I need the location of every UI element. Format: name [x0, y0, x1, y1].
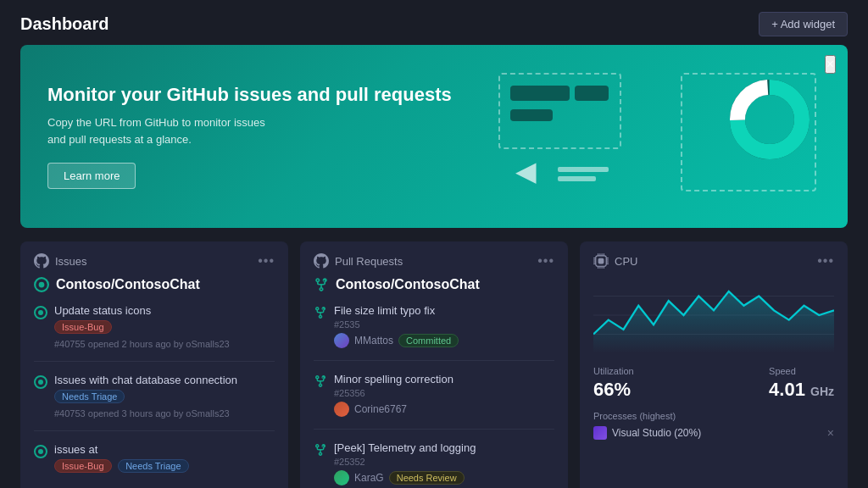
line-group: [558, 167, 609, 186]
pr-status-icon: [314, 374, 327, 388]
issue-status-inner: [38, 449, 43, 454]
issue-meta: #40755 opened 2 hours ago by oSmalls23: [54, 339, 275, 349]
pr-status-tag: Needs Review: [389, 471, 465, 485]
github-pr-icon: [314, 253, 329, 269]
learn-more-button[interactable]: Learn more: [47, 163, 136, 189]
cpu-widget-title: CPU: [615, 255, 637, 268]
pr-author-row: MMattos Committed: [334, 333, 554, 348]
cpu-utilization: Utilization 66%: [593, 366, 634, 401]
svg-point-4: [39, 282, 45, 288]
issue-body: Issues with chat database connection Nee…: [54, 374, 275, 419]
github-banner: Monitor your GitHub issues and pull requ…: [20, 45, 848, 228]
line-1: [558, 167, 609, 172]
pr-title: Minor spelling correction: [334, 373, 554, 385]
cpu-speed: Speed 4.01 GHz: [769, 366, 834, 401]
widgets-row: Issues ••• Contoso/ContosoChat Update st…: [0, 241, 868, 488]
pr-menu-button[interactable]: •••: [537, 253, 554, 269]
pr-author-row: KaraG Needs Review: [334, 470, 554, 485]
issue-item: Issues with chat database connection Nee…: [34, 374, 275, 431]
pr-author: KaraG: [354, 472, 384, 484]
pr-status-tag: Committed: [398, 334, 459, 347]
cpu-widget-header: CPU •••: [593, 253, 834, 269]
pr-title-row: Pull Requests: [314, 253, 403, 269]
pr-widget-header: Pull Requests •••: [314, 253, 554, 269]
issue-body: issues at Issue-Bug Needs Triage: [54, 443, 275, 475]
issues-widget-title: Issues: [55, 255, 87, 268]
pr-number: #2535: [334, 319, 554, 330]
pr-repo-title: Contoso/ContosoChat: [314, 277, 554, 292]
issue-item: Update status icons Issue-Bug #40755 ope…: [34, 304, 275, 362]
pr-author-row: Corine6767: [334, 402, 554, 417]
issue-title: Update status icons: [54, 304, 275, 317]
process-name: Visual Studio (20%): [612, 427, 701, 439]
banner-subtitle: Copy the URL from GitHub to monitor issu…: [47, 114, 285, 147]
line-2: [558, 176, 596, 181]
utilization-label: Utilization: [593, 366, 634, 376]
banner-title: Monitor your GitHub issues and pull requ…: [47, 84, 498, 106]
speed-value: 4.01 GHz: [769, 379, 834, 401]
issue-tag-triage: Needs Triage: [118, 459, 188, 473]
pr-body: Minor spelling correction #25356 Corine6…: [334, 373, 554, 417]
issue-status-inner: [38, 380, 43, 385]
process-close-button[interactable]: ×: [827, 426, 834, 440]
pr-item: [Peek] Telemetry and logging #25352 Kara…: [314, 441, 554, 488]
avatar: [334, 402, 349, 417]
github-icon: [34, 253, 49, 269]
pr-body: [Peek] Telemetry and logging #25352 Kara…: [334, 441, 554, 485]
issue-status-open: [34, 445, 47, 458]
issue-meta: #40753 opened 3 hours ago by oSmalls23: [54, 408, 275, 419]
issue-item: issues at Issue-Bug Needs Triage: [34, 443, 275, 487]
issue-status-inner: [38, 310, 43, 315]
add-widget-button[interactable]: + Add widget: [759, 12, 848, 36]
pr-repo-icon: [314, 277, 329, 292]
header: Dashboard + Add widget: [0, 0, 868, 45]
issue-status-open: [34, 306, 47, 319]
donut-chart: [727, 77, 812, 162]
avatar: [334, 470, 349, 485]
pr-item: Minor spelling correction #25356 Corine6…: [314, 373, 554, 430]
pr-body: File size limit typo fix #2535 MMattos C…: [334, 304, 554, 348]
avatar: [334, 333, 349, 348]
pr-widget-title: Pull Requests: [335, 255, 403, 268]
cpu-menu-button[interactable]: •••: [817, 253, 834, 269]
processes-label: Processes (highest): [593, 411, 834, 421]
process-item: Visual Studio (20%) ×: [593, 426, 834, 440]
speed-label: Speed: [769, 366, 834, 376]
pr-status-icon: [314, 306, 327, 319]
pr-title: File size limit typo fix: [334, 304, 554, 317]
issues-menu-button[interactable]: •••: [258, 253, 275, 269]
issue-status-open: [34, 375, 47, 389]
pr-author: Corine6767: [354, 403, 407, 415]
teal-block-1: [510, 86, 570, 101]
repo-open-icon: [34, 277, 49, 292]
pr-title: [Peek] Telemetry and logging: [334, 441, 554, 454]
visual-studio-icon: [593, 426, 607, 440]
issues-widget-header: Issues •••: [34, 253, 275, 269]
issues-title-row: Issues: [34, 253, 87, 269]
pr-widget: Pull Requests ••• Contoso/ContosoChat Fi…: [300, 241, 568, 488]
teal-block-3: [510, 109, 553, 121]
cpu-stats: Utilization 66% Speed 4.01 GHz: [593, 366, 834, 401]
pr-status-icon: [314, 443, 327, 457]
pr-item: File size limit typo fix #2535 MMattos C…: [314, 304, 554, 361]
pr-author: MMattos: [354, 335, 393, 347]
speed-unit: GHz: [810, 385, 834, 398]
cpu-chart: [593, 277, 834, 353]
teal-block-2: [575, 86, 609, 101]
cpu-widget: CPU ••• Utilization 66%: [580, 241, 848, 488]
cpu-title-row: CPU: [593, 253, 637, 269]
issue-body: Update status icons Issue-Bug #40755 ope…: [54, 304, 275, 349]
pr-number: #25352: [334, 457, 554, 467]
utilization-value: 66%: [593, 379, 634, 401]
cpu-icon: [593, 253, 609, 269]
issues-widget: Issues ••• Contoso/ContosoChat Update st…: [20, 241, 288, 488]
banner-close-button[interactable]: ×: [825, 55, 836, 74]
issues-repo-title: Contoso/ContosoChat: [34, 277, 275, 292]
issue-tag-triage: Needs Triage: [54, 390, 125, 403]
page-title: Dashboard: [20, 14, 108, 34]
process-name-row: Visual Studio (20%): [593, 426, 821, 440]
issue-title: Issues with chat database connection: [54, 374, 275, 386]
banner-illustration: ◀: [498, 69, 821, 204]
arrow-icon: ◀: [515, 155, 537, 187]
issue-tag-bug: Issue-Bug: [54, 320, 112, 334]
